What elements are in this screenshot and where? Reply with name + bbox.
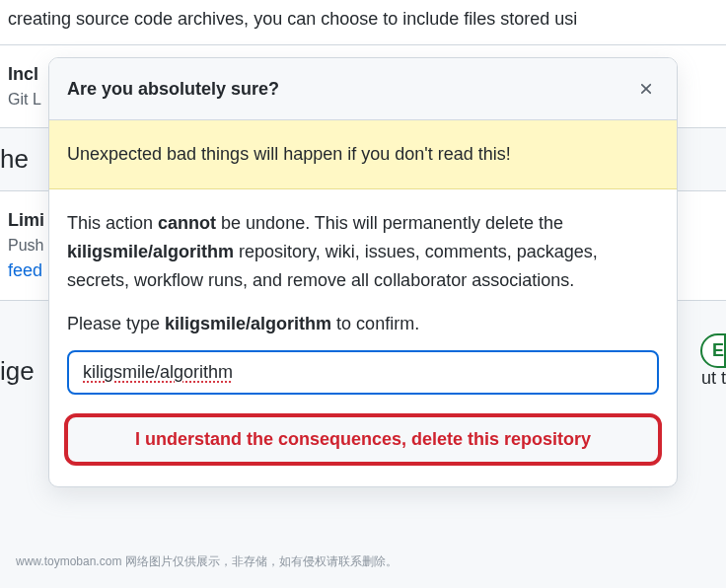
body-pre: This action xyxy=(67,213,158,233)
modal-warning-banner: Unexpected bad things will happen if you… xyxy=(49,120,677,189)
delete-repository-button[interactable]: I understand the consequences, delete th… xyxy=(67,416,659,463)
modal-body: This action cannot be undone. This will … xyxy=(49,189,677,486)
modal-title: Are you absolutely sure? xyxy=(67,79,279,100)
close-button[interactable] xyxy=(633,76,659,102)
modal-body-text: This action cannot be undone. This will … xyxy=(67,209,659,294)
close-icon xyxy=(637,80,655,98)
body-mid1: be undone. This will permanently delete … xyxy=(216,213,563,233)
confirm-pre: Please type xyxy=(67,314,165,333)
body-cannot: cannot xyxy=(158,213,216,233)
modal-header: Are you absolutely sure? xyxy=(49,58,677,120)
modal-backdrop: Are you absolutely sure? Unexpected bad … xyxy=(0,0,726,588)
confirm-input[interactable] xyxy=(67,350,659,395)
confirm-repo: kiligsmile/algorithm xyxy=(165,314,331,333)
delete-button-label: I understand the consequences, delete th… xyxy=(135,429,591,449)
confirm-post: to confirm. xyxy=(331,314,419,333)
body-repo-name: kiligsmile/algorithm xyxy=(67,242,234,261)
confirm-prompt: Please type kiligsmile/algorithm to conf… xyxy=(67,314,659,334)
delete-repo-modal: Are you absolutely sure? Unexpected bad … xyxy=(48,57,678,487)
